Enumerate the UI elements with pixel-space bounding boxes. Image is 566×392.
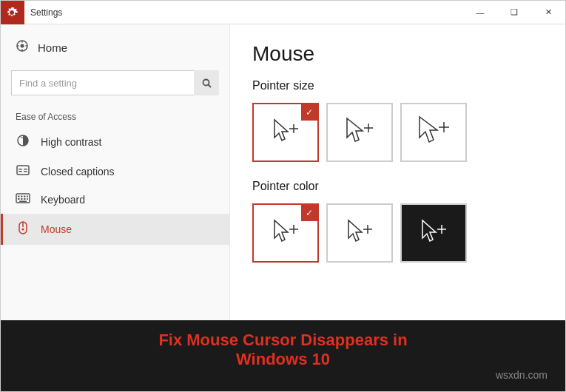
banner-text-line2: Windows 10 — [16, 350, 550, 369]
closed-captions-label: Closed captions — [41, 166, 115, 178]
search-input[interactable] — [11, 70, 219, 95]
settings-window: Settings — ❑ ✕ — [0, 0, 566, 392]
keyboard-icon — [16, 193, 30, 206]
svg-rect-20 — [27, 196, 28, 197]
sidebar-home[interactable]: Home — [1, 30, 229, 64]
home-label: Home — [38, 41, 67, 54]
close-button[interactable]: ✕ — [531, 1, 565, 24]
sidebar-section-label: Ease of Access — [1, 101, 229, 126]
main-content: Home Ease of Access — [1, 24, 565, 320]
pointer-size-large[interactable] — [400, 103, 467, 162]
mouse-icon — [16, 221, 30, 237]
svg-rect-12 — [18, 169, 22, 170]
sidebar: Home Ease of Access — [1, 24, 230, 320]
settings-icon — [1, 1, 24, 24]
svg-rect-18 — [21, 196, 23, 197]
sidebar-item-keyboard[interactable]: Keyboard — [1, 186, 229, 214]
pointer-size-title: Pointer size — [252, 79, 543, 92]
svg-marker-38 — [274, 220, 288, 241]
closed-captions-icon — [16, 165, 30, 178]
svg-rect-24 — [27, 198, 28, 200]
svg-marker-35 — [420, 117, 437, 142]
title-bar: Settings — ❑ ✕ — [1, 1, 565, 24]
pointer-size-small[interactable] — [252, 103, 319, 162]
banner-text-line1: Fix Mouse Cursor Disappears in — [16, 331, 550, 350]
sidebar-item-closed-captions[interactable]: Closed captions — [1, 158, 229, 186]
svg-point-6 — [203, 79, 209, 85]
search-box — [11, 70, 219, 95]
svg-rect-11 — [17, 166, 29, 175]
mouse-label: Mouse — [41, 223, 72, 235]
banner-watermark: wsxdn.com — [16, 369, 550, 381]
page-title: Mouse — [252, 42, 543, 66]
title-bar-left: Settings — [1, 1, 62, 24]
svg-rect-23 — [24, 198, 26, 200]
svg-point-28 — [22, 229, 24, 231]
home-icon — [16, 39, 29, 55]
svg-rect-19 — [24, 196, 26, 197]
keyboard-label: Keyboard — [41, 194, 85, 206]
sidebar-item-mouse[interactable]: Mouse — [1, 214, 229, 245]
svg-rect-14 — [18, 171, 22, 172]
svg-rect-25 — [19, 201, 27, 203]
svg-rect-15 — [24, 171, 27, 172]
pointer-color-options — [252, 203, 543, 263]
pointer-size-options — [252, 103, 543, 162]
title-bar-controls: — ❑ ✕ — [463, 1, 565, 24]
search-icon-button[interactable] — [194, 70, 219, 95]
svg-line-7 — [208, 84, 211, 87]
pointer-color-dark[interactable] — [400, 203, 467, 263]
svg-rect-22 — [21, 198, 23, 200]
maximize-button[interactable]: ❑ — [497, 1, 531, 24]
svg-rect-13 — [24, 169, 27, 170]
svg-rect-17 — [18, 196, 20, 197]
banner: Fix Mouse Cursor Disappears in Windows 1… — [1, 320, 565, 391]
pointer-color-title: Pointer color — [252, 180, 543, 193]
title-bar-text: Settings — [30, 7, 62, 18]
high-contrast-icon — [16, 134, 30, 150]
svg-point-1 — [21, 44, 24, 48]
svg-marker-44 — [422, 220, 436, 241]
pointer-size-medium[interactable] — [326, 103, 393, 162]
svg-rect-21 — [18, 198, 20, 200]
svg-marker-41 — [348, 220, 362, 241]
sidebar-item-high-contrast[interactable]: High contrast — [1, 126, 229, 158]
high-contrast-label: High contrast — [41, 136, 101, 148]
pointer-color-light[interactable] — [326, 203, 393, 263]
svg-marker-29 — [274, 120, 288, 141]
minimize-button[interactable]: — — [463, 1, 497, 24]
pointer-color-white[interactable] — [252, 203, 319, 263]
svg-marker-32 — [347, 118, 363, 141]
right-panel: Mouse Pointer size — [230, 24, 565, 320]
